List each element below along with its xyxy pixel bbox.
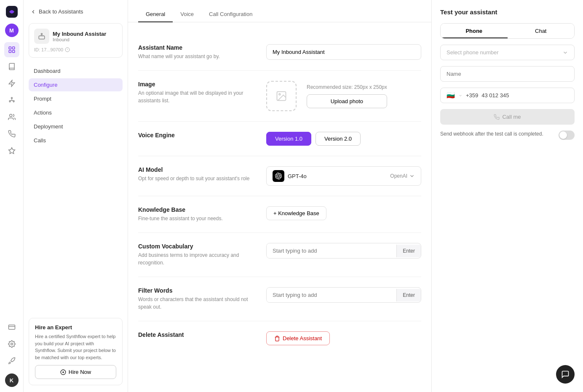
chevron-down-icon	[562, 50, 568, 56]
section-knowledge-base: Knowledge Base Fine-tune the assistant t…	[138, 196, 421, 233]
phone-row: 🇧🇬 +359 43 012 345	[440, 88, 575, 103]
tab-call-config[interactable]: Call Configuration	[201, 7, 260, 22]
sidebar-item-actions[interactable]: Actions	[29, 106, 123, 119]
chat-bubble-button[interactable]	[556, 365, 575, 384]
image-placeholder	[266, 81, 297, 111]
filter-words-input-container: Enter	[266, 287, 421, 303]
section-image: Image An optional image that will be dis…	[138, 71, 421, 122]
delete-btn-label: Delete Assistant	[283, 335, 322, 341]
section-ai-model: AI Model Opt for speed or depth to suit …	[138, 156, 421, 196]
right-panel: Test your assistant Phone Chat Select ph…	[431, 0, 583, 392]
gpt-icon	[273, 170, 284, 182]
svg-rect-4	[12, 51, 14, 53]
icon-bar: M K	[0, 0, 24, 392]
sidebar-item-calls[interactable]: Calls	[29, 134, 123, 147]
filter-words-input[interactable]	[267, 288, 396, 302]
upload-photo-button[interactable]: Upload photo	[307, 94, 387, 108]
section-delete-assistant: Delete Assistant Delete Assistant	[138, 321, 421, 355]
nav-billing-icon[interactable]	[4, 320, 19, 335]
chat-tab-button[interactable]: Chat	[508, 24, 575, 38]
voice-engine-buttons: Version 1.0 Version 2.0	[266, 132, 421, 146]
custom-vocab-enter-label: Enter	[396, 245, 421, 257]
svg-point-15	[41, 33, 43, 35]
svg-rect-14	[39, 36, 45, 39]
webhook-toggle[interactable]	[559, 131, 575, 140]
call-icon	[494, 114, 500, 120]
version-1-button[interactable]: Version 1.0	[266, 132, 311, 146]
nav-bolt-icon[interactable]	[4, 76, 19, 91]
svg-point-23	[279, 93, 281, 95]
custom-vocab-input[interactable]	[267, 243, 396, 258]
phone-tab-button[interactable]: Phone	[441, 24, 508, 38]
ai-model-name: GPT-4o	[288, 173, 307, 179]
filter-words-enter-label: Enter	[396, 289, 421, 301]
ai-model-selector[interactable]: GPT-4o OpenAI	[266, 166, 421, 186]
bottom-k-badge: K	[5, 373, 19, 387]
sidebar-item-dashboard[interactable]: Dashboard	[29, 64, 123, 77]
flag-chevron-icon	[458, 93, 463, 98]
section-custom-vocabulary: Custom Vocabulary Add business terms to …	[138, 233, 421, 277]
nav-rocket-icon[interactable]	[4, 353, 19, 368]
phone-select-placeholder: Select phone number	[447, 49, 499, 56]
tab-general[interactable]: General	[138, 7, 173, 22]
svg-rect-1	[9, 47, 11, 49]
hire-btn-label: Hire Now	[69, 369, 91, 375]
image-upload-area: Recommended size: 250px x 250px Upload p…	[266, 81, 421, 111]
svg-rect-2	[12, 47, 14, 49]
webhook-row: Send webhook after the test call is comp…	[440, 131, 575, 140]
select-phone-number-dropdown[interactable]: Select phone number	[440, 45, 575, 60]
assistant-name-desc: What name will your assistant go by.	[138, 53, 256, 60]
knowledge-base-title: Knowledge Base	[138, 206, 256, 213]
tab-voice[interactable]: Voice	[173, 7, 201, 22]
content-area: Assistant Name What name will your assis…	[128, 22, 431, 392]
hire-now-button[interactable]: Hire Now	[35, 365, 116, 379]
call-me-button[interactable]: Call me	[440, 109, 575, 125]
nav-star-icon[interactable]	[4, 143, 19, 158]
nav-configure-icon[interactable]	[4, 42, 19, 57]
section-voice-engine: Voice Engine Version 1.0 Version 2.0	[138, 122, 421, 156]
assistant-id: ID: 17...90700	[34, 47, 117, 52]
assistant-card: My Inbound Assistar Inbound ID: 17...907…	[29, 23, 123, 58]
image-desc: An optional image that will be displayed…	[138, 89, 256, 104]
svg-marker-10	[8, 148, 15, 154]
nav-contacts-icon[interactable]	[4, 109, 19, 125]
section-filter-words: Filter Words Words or characters that th…	[138, 277, 421, 321]
image-recommended-size: Recommended size: 250px x 250px	[307, 84, 387, 90]
voice-engine-title: Voice Engine	[138, 132, 256, 139]
custom-vocab-input-container: Enter	[266, 243, 421, 259]
assistant-icon	[34, 29, 49, 44]
back-label: Back to Assistants	[39, 8, 83, 15]
ai-model-desc: Opt for speed or depth to suit your assi…	[138, 175, 256, 182]
sidebar-item-deployment[interactable]: Deployment	[29, 120, 123, 133]
phone-chat-toggle: Phone Chat	[440, 23, 575, 39]
assistant-name-input[interactable]	[266, 44, 421, 60]
ai-model-title: AI Model	[138, 166, 256, 173]
sidebar-item-configure[interactable]: Configure	[29, 78, 123, 91]
hire-expert-card: Hire an Expert Hire a certified Synthflo…	[29, 318, 123, 385]
ai-model-right: OpenAI	[390, 173, 415, 179]
add-knowledge-base-button[interactable]: + Knowledge Base	[266, 206, 326, 220]
nav-book-icon[interactable]	[4, 59, 19, 74]
assistant-name-title: Assistant Name	[138, 44, 256, 51]
svg-point-6	[11, 97, 12, 99]
delete-assistant-button[interactable]: Delete Assistant	[266, 331, 330, 345]
name-input[interactable]	[440, 66, 575, 82]
nav-settings-icon[interactable]	[4, 336, 19, 352]
ai-model-provider: OpenAI	[390, 173, 407, 179]
nav-phone-icon[interactable]	[4, 126, 19, 141]
sidebar-nav: Dashboard Configure Prompt Actions Deplo…	[29, 64, 123, 147]
filter-words-desc: Words or characters that the assistant s…	[138, 296, 256, 311]
user-avatar[interactable]: M	[5, 24, 19, 37]
version-2-button[interactable]: Version 2.0	[316, 132, 361, 146]
svg-point-9	[9, 114, 12, 117]
hire-expert-description: Hire a certified Synthflow expert to hel…	[35, 333, 116, 361]
delete-assistant-title: Delete Assistant	[138, 331, 256, 338]
image-title: Image	[138, 81, 256, 88]
section-assistant-name: Assistant Name What name will your assis…	[138, 34, 421, 71]
phone-number: 43 012 345	[481, 92, 509, 99]
svg-point-8	[13, 101, 14, 102]
sidebar-item-prompt[interactable]: Prompt	[29, 92, 123, 105]
nav-org-icon[interactable]	[4, 93, 19, 108]
back-to-assistants-btn[interactable]: Back to Assistants	[29, 7, 123, 16]
ai-model-left: GPT-4o	[273, 170, 307, 182]
